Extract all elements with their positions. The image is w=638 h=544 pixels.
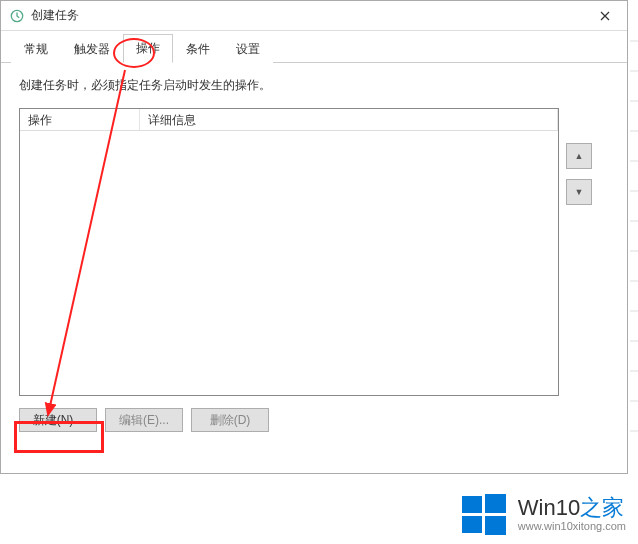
- svg-rect-3: [462, 496, 482, 513]
- create-task-dialog: 创建任务 常规 触发器 操作 条件 设置 创建任务时，必须指定任务启动时发生的操…: [0, 0, 628, 474]
- watermark-text: Win10之家 www.win10xitong.com: [518, 496, 626, 532]
- move-up-button[interactable]: ▲: [566, 143, 592, 169]
- watermark-brand: Win10之家: [518, 496, 626, 520]
- column-action[interactable]: 操作: [20, 109, 140, 130]
- reorder-controls: ▲ ▼: [566, 143, 592, 205]
- tab-general[interactable]: 常规: [11, 35, 61, 63]
- tab-content: 创建任务时，必须指定任务启动时发生的操作。 操作 详细信息 ▲ ▼ 新建(N).…: [1, 63, 627, 446]
- table-header: 操作 详细信息: [20, 109, 558, 131]
- watermark-url: www.win10xitong.com: [518, 520, 626, 532]
- brand-prefix: Win10: [518, 495, 580, 520]
- actions-table[interactable]: 操作 详细信息 ▲ ▼: [19, 108, 559, 396]
- new-button[interactable]: 新建(N)...: [19, 408, 97, 432]
- delete-button[interactable]: 删除(D): [191, 408, 269, 432]
- tab-conditions[interactable]: 条件: [173, 35, 223, 63]
- svg-rect-4: [485, 494, 506, 513]
- tab-actions[interactable]: 操作: [123, 34, 173, 63]
- edit-button[interactable]: 编辑(E)...: [105, 408, 183, 432]
- brand-suffix: 之家: [580, 495, 624, 520]
- clock-icon: [9, 8, 25, 24]
- svg-rect-6: [485, 516, 506, 535]
- svg-rect-5: [462, 516, 482, 533]
- action-buttons-row: 新建(N)... 编辑(E)... 删除(D): [19, 408, 609, 432]
- window-title: 创建任务: [31, 7, 79, 24]
- description-text: 创建任务时，必须指定任务启动时发生的操作。: [19, 77, 609, 94]
- tab-settings[interactable]: 设置: [223, 35, 273, 63]
- close-button[interactable]: [583, 1, 627, 31]
- move-down-button[interactable]: ▼: [566, 179, 592, 205]
- titlebar: 创建任务: [1, 1, 627, 31]
- tab-strip: 常规 触发器 操作 条件 设置: [1, 35, 627, 63]
- column-details[interactable]: 详细信息: [140, 109, 558, 130]
- windows-logo-icon: [460, 490, 508, 538]
- watermark: Win10之家 www.win10xitong.com: [460, 490, 626, 538]
- right-edge-decoration: [630, 40, 638, 460]
- tab-triggers[interactable]: 触发器: [61, 35, 123, 63]
